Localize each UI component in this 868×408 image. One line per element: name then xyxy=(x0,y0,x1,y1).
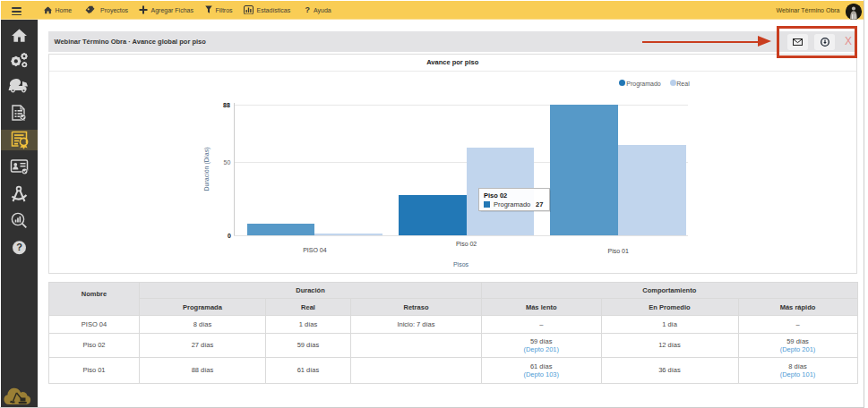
svg-text:?: ? xyxy=(16,242,22,253)
